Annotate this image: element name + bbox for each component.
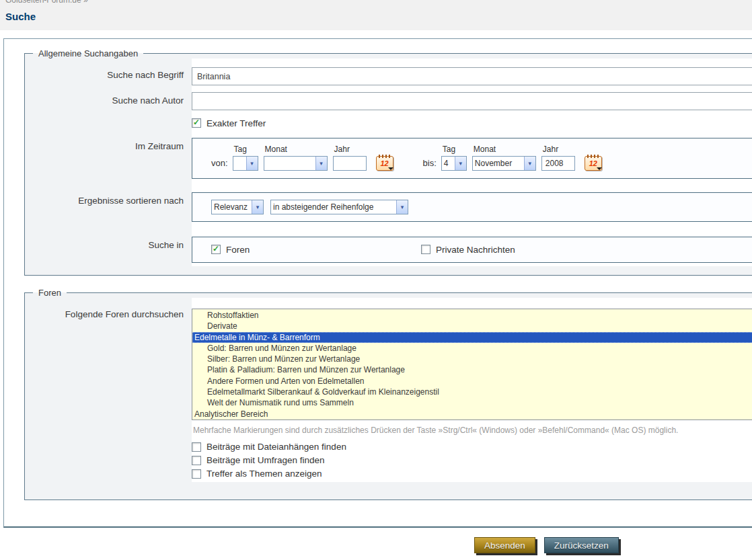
scope-box: ✓Foren✓Private Nachrichten <box>192 237 752 263</box>
chevron-down-icon[interactable]: ▾ <box>252 200 263 214</box>
checkmark-icon: ✓ <box>193 118 200 126</box>
checkbox-icon[interactable]: ✓ <box>211 245 221 254</box>
chevron-down-icon[interactable]: ▾ <box>315 157 327 170</box>
forum-option[interactable]: Gold: Barren und Münzen zur Wertanlage <box>192 343 752 354</box>
checkbox-icon[interactable]: ✓ <box>192 469 201 479</box>
period-from-label: von: <box>211 158 233 171</box>
breadcrumb[interactable]: Goldseiten-Forum.de » <box>5 0 88 5</box>
post-option-label: Treffer als Themen anzeigen <box>206 469 322 479</box>
to-day-select[interactable]: 4 ▾ <box>441 156 467 171</box>
sort-label: Ergebnisse sortieren nach <box>25 189 192 233</box>
scope-option[interactable]: ✓Private Nachrichten <box>421 245 515 255</box>
post-options: ✓Beiträge mit Dateianhängen finden✓Beitr… <box>192 442 752 479</box>
fieldset-general-legend: Allgemeine Suchangaben <box>33 48 143 58</box>
multi-select-hint: Mehrfache Markierungen sind durch zusätz… <box>193 426 752 435</box>
from-month-select[interactable]: ▾ <box>264 156 328 171</box>
checkbox-icon[interactable]: ✓ <box>192 456 201 465</box>
forum-select-list[interactable]: RohstoffaktienDerivateEdelmetalle in Mün… <box>192 309 752 420</box>
period-day-header: Tag <box>443 145 467 154</box>
page-title: Suche <box>5 11 36 22</box>
checkbox-icon[interactable]: ✓ <box>192 442 201 452</box>
forum-option[interactable]: Platin & Palladium: Barren und Münzen zu… <box>192 364 752 375</box>
row-search-author: Suche nach Autor <box>25 89 752 114</box>
row-period: Im Zeitraum von: Tag ▾ Monat <box>25 134 752 189</box>
search-term-label: Suche nach Begriff <box>25 58 192 89</box>
forum-option[interactable]: Welt der Numismatik rund ums Sammeln <box>192 397 752 408</box>
forum-option[interactable]: Edelmetalle in Münz- & Barrenform <box>192 332 752 343</box>
chevron-down-icon[interactable]: ▾ <box>455 157 466 170</box>
row-exact-match: ✓ Exakter Treffer <box>25 114 752 134</box>
scope-option-label: Private Nachrichten <box>436 245 515 255</box>
period-month-header: Monat <box>265 145 328 154</box>
forum-option[interactable]: Rohstoffaktien <box>192 310 752 321</box>
row-scope: Suche in ✓Foren✓Private Nachrichten <box>25 233 752 266</box>
search-author-label: Suche nach Autor <box>25 89 192 114</box>
row-search-term: Suche nach Begriff <box>25 58 752 89</box>
checkmark-icon: ✓ <box>213 245 219 253</box>
exact-match-option[interactable]: ✓ Exakter Treffer <box>192 118 266 128</box>
forum-option[interactable]: Analytischer Bereich <box>192 409 752 419</box>
submit-button[interactable]: Absenden <box>474 537 535 553</box>
page-header: Goldseiten-Forum.de » Suche <box>0 0 752 30</box>
to-month-select[interactable]: November ▾ <box>472 156 536 171</box>
period-day-header: Tag <box>234 145 258 154</box>
from-year-input[interactable] <box>333 156 367 171</box>
sort-field-select[interactable]: Relevanz ▾ <box>211 200 264 214</box>
sort-order-select[interactable]: in absteigender Reihenfolge ▾ <box>270 200 408 214</box>
from-day-select[interactable]: ▾ <box>233 156 258 171</box>
forums-label: Folgende Foren durchsuchen <box>25 298 192 482</box>
row-sort: Ergebnisse sortieren nach Relevanz ▾ in … <box>25 189 752 233</box>
period-to-label: bis: <box>423 158 441 171</box>
chevron-down-icon[interactable]: ▾ <box>246 157 258 170</box>
row-forums: Folgende Foren durchsuchen Rohstoffaktie… <box>25 298 752 482</box>
fieldset-forums-legend: Foren <box>33 288 67 298</box>
post-option-label: Beiträge mit Umfragen finden <box>206 455 325 465</box>
to-year-input[interactable] <box>541 156 575 171</box>
chevron-down-icon[interactable]: ▾ <box>524 157 535 170</box>
exact-match-label: Exakter Treffer <box>206 118 266 128</box>
scope-option-label: Foren <box>226 245 250 255</box>
forum-option[interactable]: Edelmetallmarkt Silberankauf & Goldverka… <box>192 387 752 397</box>
forum-option[interactable]: Silber: Barren und Münzen zur Wertanlage <box>192 354 752 364</box>
chevron-down-icon[interactable]: ▾ <box>396 200 408 214</box>
search-term-input[interactable] <box>192 67 752 85</box>
fieldset-general: Allgemeine Suchangaben Suche nach Begrif… <box>24 48 752 276</box>
scope-label: Suche in <box>25 233 192 266</box>
period-label: Im Zeitraum <box>25 134 192 189</box>
sort-box: Relevanz ▾ in absteigender Reihenfolge ▾ <box>192 192 752 222</box>
reset-button[interactable]: Zurücksetzen <box>544 537 619 553</box>
forum-option[interactable]: Andere Formen und Arten von Edelmetallen <box>192 376 752 387</box>
fieldset-forums: Foren Folgende Foren durchsuchen Rohstof… <box>24 288 752 500</box>
post-option[interactable]: ✓Treffer als Themen anzeigen <box>192 469 752 479</box>
calendar-icon[interactable]: 12 <box>585 156 602 171</box>
period-year-header: Jahr <box>543 145 575 154</box>
post-option[interactable]: ✓Beiträge mit Umfragen finden <box>192 455 752 465</box>
search-author-input[interactable] <box>192 92 752 110</box>
period-year-header: Jahr <box>334 145 367 154</box>
period-month-header: Monat <box>474 145 536 154</box>
checkbox-icon[interactable]: ✓ <box>421 245 430 254</box>
post-option[interactable]: ✓Beiträge mit Dateianhängen finden <box>192 442 752 452</box>
forum-option[interactable]: Derivate <box>192 321 752 331</box>
form-actions: Absenden Zurücksetzen <box>474 537 752 553</box>
search-form-panel: Allgemeine Suchangaben Suche nach Begrif… <box>3 38 752 528</box>
post-option-label: Beiträge mit Dateianhängen finden <box>206 442 346 452</box>
calendar-icon[interactable]: 12 <box>376 156 393 171</box>
scope-option[interactable]: ✓Foren <box>211 245 421 255</box>
exact-match-checkbox[interactable]: ✓ <box>192 118 201 128</box>
period-box: von: Tag ▾ Monat ▾ <box>192 138 752 179</box>
